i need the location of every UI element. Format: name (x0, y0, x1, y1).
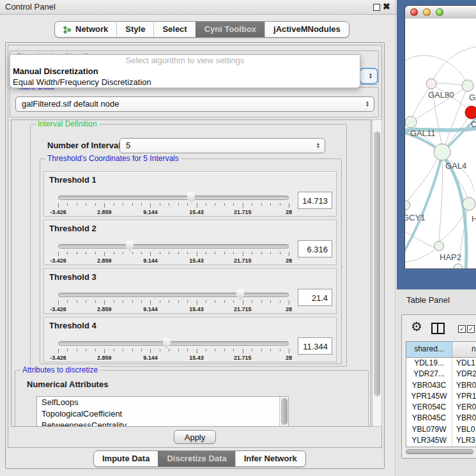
table-row[interactable]: YDL19...YDL1 (406, 358, 476, 369)
table-row[interactable]: YPR145WYPR1 (406, 391, 476, 402)
split-pane-icon[interactable] (431, 323, 445, 334)
algorithm-combo[interactable]: ▲▼ (359, 68, 378, 84)
tab-jactivemnodules[interactable]: jActiveMNodules (265, 22, 349, 37)
network-node[interactable] (434, 242, 444, 251)
network-graph[interactable]: GAL80GAL11GAL4GCY1HAP2GACH (405, 19, 476, 268)
table-row[interactable]: YIL052CYIL0 (406, 446, 476, 447)
threshold-slider[interactable]: -3.4262.8599.14415.4321.71528 (58, 337, 289, 362)
slider-thumb[interactable] (125, 241, 134, 252)
tick-label: 28 (286, 257, 292, 264)
threshold-value-box[interactable]: 14.713 (298, 192, 332, 209)
tick-mark (215, 203, 215, 206)
tab-style[interactable]: Style (116, 22, 153, 37)
float-window-icon[interactable] (373, 4, 380, 11)
table-row[interactable]: YBR043CYBR0 (406, 380, 476, 391)
network-node[interactable] (434, 144, 450, 160)
tab-impute-data[interactable]: Impute Data (94, 451, 158, 466)
minimize-traffic-light-icon[interactable] (423, 8, 431, 16)
slider-thumb[interactable] (187, 192, 196, 203)
table-row[interactable]: YBR045CYBR0 (406, 413, 476, 424)
cell-shared-name[interactable]: YPR145W (406, 391, 452, 402)
node-table[interactable]: shared... n YDL19...YDL1YDR27...YDR2YBR0… (406, 341, 476, 447)
network-node[interactable] (462, 80, 473, 91)
apply-button[interactable]: Apply (174, 430, 216, 444)
slider-thumb[interactable] (162, 338, 171, 349)
num-intervals-combo[interactable]: 5 ▲▼ (119, 138, 325, 153)
slider-track[interactable] (58, 196, 289, 200)
panel-scrollbar[interactable] (372, 119, 382, 427)
slider-thumb[interactable] (236, 289, 245, 300)
cell-name[interactable]: YER0 (452, 402, 476, 413)
tick-mark (233, 252, 234, 254)
network-view[interactable]: GAL80GAL11GAL4GCY1HAP2GACH (405, 19, 476, 268)
threshold-value-box[interactable]: 21.4 (298, 289, 332, 306)
tick-mark (141, 300, 142, 303)
cell-shared-name[interactable]: YIL052C (406, 446, 452, 447)
list-scrollbar[interactable] (279, 397, 288, 427)
network-window-titlebar[interactable] (405, 6, 476, 19)
threshold-value-box[interactable]: 6.316 (298, 240, 332, 257)
cell-name[interactable]: YBR0 (452, 413, 476, 424)
tab-network[interactable]: Network (55, 22, 116, 37)
list-scrollbar-thumb[interactable] (281, 398, 288, 425)
close-icon[interactable]: ✖ (383, 1, 390, 12)
attribute-item[interactable]: TopologicalCoefficient (37, 408, 288, 420)
attribute-item[interactable]: BetweennessCentrality (37, 420, 288, 427)
cell-shared-name[interactable]: YDL19... (406, 358, 452, 369)
cell-name[interactable]: YBL0 (452, 424, 476, 435)
threshold-slider[interactable]: -3.4262.8599.14415.4321.71528 (58, 240, 289, 265)
cell-name[interactable]: YDR2 (452, 369, 476, 380)
cell-shared-name[interactable]: YLR345W (406, 435, 452, 446)
cell-name[interactable]: YPR1 (452, 391, 476, 402)
cell-shared-name[interactable]: YBR043C (406, 380, 452, 391)
tab-cyni-toolbox[interactable]: Cyni Toolbox (196, 22, 265, 37)
cell-shared-name[interactable]: YER054C (406, 402, 452, 413)
tab-select[interactable]: Select (153, 22, 195, 37)
dropdown-option-equal-width[interactable]: Equal Width/Frequency Discretization (10, 77, 360, 88)
column-header-shared[interactable]: shared... (406, 342, 452, 357)
numerical-attributes-list[interactable]: SelfLoopsTopologicalCoefficientBetweenne… (36, 396, 289, 427)
panel-scrollbar-thumb[interactable] (374, 132, 380, 396)
tick-mark (270, 203, 271, 206)
table-row[interactable]: YBL079WYBL0 (406, 424, 476, 435)
close-traffic-light-icon[interactable] (410, 8, 418, 16)
threshold-value-box[interactable]: 11.344 (298, 337, 332, 355)
dropdown-option-manual[interactable]: Manual Discretization (10, 66, 360, 77)
network-node[interactable] (405, 201, 410, 210)
cell-shared-name[interactable]: YBL079W (406, 424, 452, 435)
cell-name[interactable]: YLR3 (452, 435, 476, 446)
attribute-item[interactable]: SelfLoops (37, 397, 288, 408)
cell-name[interactable]: YIL0 (452, 446, 476, 447)
network-node[interactable] (405, 116, 417, 128)
cell-name[interactable]: YDL1 (452, 358, 476, 369)
table-row[interactable]: YDR27...YDR2 (406, 369, 476, 380)
network-node[interactable] (426, 79, 436, 89)
table-data-combo[interactable]: galFiltered.sif default node ▲▼ (15, 96, 374, 112)
table-row[interactable]: YER054CYER0 (406, 402, 476, 413)
checkbox-icon[interactable]: ✓ (467, 325, 475, 333)
slider-track[interactable] (58, 293, 289, 297)
column-header-name[interactable]: n (452, 342, 476, 357)
cell-shared-name[interactable]: YBR045C (406, 413, 452, 424)
checkbox-icon[interactable]: ✓ (458, 325, 466, 333)
gear-icon[interactable]: ⚙ (411, 319, 422, 334)
tick-mark (224, 203, 225, 206)
network-node[interactable] (454, 264, 463, 268)
threshold-slider[interactable]: -3.4262.8599.14415.4321.71528 (58, 289, 289, 313)
cell-shared-name[interactable]: YDR27... (406, 369, 452, 380)
tick-mark (187, 300, 188, 303)
network-node[interactable] (465, 106, 476, 119)
slider-ticks (58, 349, 289, 354)
zoom-traffic-light-icon[interactable] (436, 8, 443, 16)
table-hscrollbar[interactable] (406, 449, 476, 455)
tick-mark (132, 349, 133, 351)
cell-name[interactable]: YBR0 (452, 380, 476, 391)
tab-infer-network[interactable]: Infer Network (235, 451, 305, 466)
table-row[interactable]: YLR345WYLR3 (406, 435, 476, 446)
tab-discretize-data[interactable]: Discretize Data (158, 451, 234, 466)
slider-track[interactable] (58, 244, 289, 249)
table-hscrollbar-thumb[interactable] (406, 449, 473, 454)
threshold-slider[interactable]: -3.4262.8599.14415.4321.71528 (58, 192, 289, 216)
network-node[interactable] (463, 197, 475, 210)
slider-track[interactable] (58, 341, 289, 346)
